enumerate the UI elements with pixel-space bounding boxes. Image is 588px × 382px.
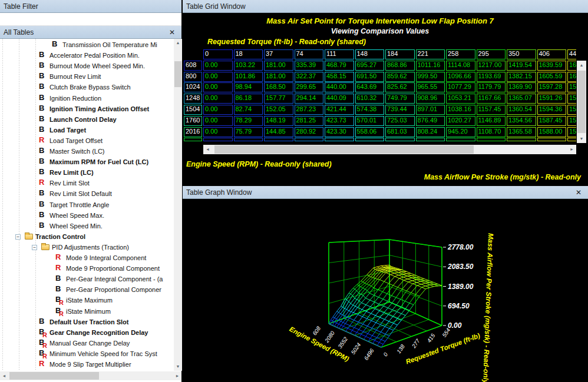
grid-cell[interactable]: 299.65 [295, 82, 324, 92]
grid-cell[interactable]: 168.50 [264, 82, 293, 92]
grid-cell[interactable]: 280.92 [295, 127, 324, 137]
grid-vscroll-thumb[interactable] [577, 71, 586, 133]
tree-item[interactable]: BDefault User Traction Slot [0, 317, 173, 328]
grid-cell[interactable]: 421.44 [325, 105, 354, 115]
grid-cell[interactable]: 574.38 [355, 105, 385, 115]
grid-cell[interactable]: 468.79 [325, 61, 354, 71]
grid-cell[interactable]: 739.44 [385, 105, 415, 115]
grid-cell[interactable]: 897.01 [416, 105, 445, 115]
grid-cell[interactable]: 16 [567, 61, 576, 71]
grid-cell[interactable]: 1179.79 [477, 82, 506, 92]
scroll-right-icon[interactable]: ► [173, 371, 181, 380]
grid-cell[interactable]: 423.73 [325, 116, 354, 126]
grid-cell[interactable]: 181.00 [264, 61, 293, 71]
tree-item[interactable]: BBurnout Rev Limit [0, 72, 173, 82]
tree-item[interactable]: BWheel Speed Min. [0, 221, 173, 232]
grid-cell[interactable]: 1597.28 [537, 82, 567, 92]
scroll-left-icon[interactable]: ◄ [0, 371, 8, 380]
grid-cell[interactable]: 749.79 [385, 94, 415, 104]
column-header-cell[interactable]: 258 [446, 49, 475, 59]
grid-cell[interactable]: 423.30 [325, 127, 354, 137]
grid-cell[interactable]: 558.06 [355, 127, 385, 137]
close-icon[interactable]: ✕ [574, 188, 583, 197]
grid-cell[interactable]: 1114.08 [446, 61, 475, 71]
grid-cell[interactable]: 1639.59 [537, 61, 567, 71]
tree-item[interactable]: BMaximum RPM for Fuel Cut (LC) [0, 157, 173, 168]
column-header-cell[interactable]: 37 [264, 49, 293, 59]
tree-item[interactable]: BRev Limit (LC) [0, 168, 173, 178]
grid-cell[interactable]: 86.18 [234, 94, 263, 104]
row-header-cell[interactable]: 1504 [184, 105, 202, 115]
tree-item[interactable]: BRGear Change Recognition Delay [0, 328, 173, 338]
grid-cell[interactable]: 999.50 [416, 72, 445, 82]
tree-vertical-scrollbar[interactable]: ▲ ▼ [174, 39, 182, 371]
row-header-cell[interactable]: 1248 [184, 94, 202, 104]
grid-cell[interactable]: 335.39 [295, 61, 324, 71]
column-header-cell[interactable]: 350 [507, 49, 536, 59]
grid-cell[interactable]: 144.85 [264, 127, 293, 137]
tree-item[interactable]: RRev Limit Slot [0, 178, 173, 189]
grid-cell[interactable]: 1365.07 [507, 94, 536, 104]
tree-item[interactable]: BPer-Gear Proportional Componer [0, 285, 173, 295]
tree-item[interactable]: BLoad Target [0, 125, 173, 136]
tree-item[interactable]: BRMinimum Vehicle Speed for Trac Syst [0, 349, 173, 360]
column-header-cell[interactable]: 74 [295, 49, 324, 59]
tree-item[interactable]: BMaster Switch (LC) [0, 147, 173, 157]
grid-cell[interactable]: 1193.69 [477, 72, 506, 82]
tree-item[interactable]: BBurnout Mode Wheel Speed Min. [0, 61, 173, 72]
grid-cell[interactable]: 868.86 [385, 61, 415, 71]
grid-cell[interactable]: 98.94 [234, 82, 263, 92]
table-filter-input[interactable] [0, 13, 181, 26]
grid-cell[interactable]: 908.96 [416, 94, 445, 104]
grid-cell[interactable]: 294.14 [295, 94, 324, 104]
grid-cell[interactable]: 570.01 [355, 116, 385, 126]
grid-cell[interactable]: 1354.56 [507, 116, 536, 126]
grid-cell[interactable]: 1365.58 [507, 127, 536, 137]
grid-cell[interactable]: 1382.15 [507, 72, 536, 82]
tree-item[interactable]: RMode 9 Integral Component [0, 253, 173, 264]
grid-cell[interactable]: 148.19 [264, 116, 293, 126]
grid-cell[interactable]: 1167.66 [477, 94, 506, 104]
column-header-cell[interactable]: 44 [567, 49, 576, 59]
column-header-cell[interactable]: 295 [477, 49, 506, 59]
tree-item[interactable]: BTransmission Oil Temperature Mi [0, 40, 173, 51]
grid-cell[interactable]: 825.62 [385, 82, 415, 92]
tree-item[interactable]: BRManual Gear Change Delay [0, 338, 173, 349]
grid-cell[interactable]: 440.00 [325, 82, 354, 92]
grid-cell[interactable]: 691.50 [355, 72, 385, 82]
column-header-cell[interactable]: 0 [203, 49, 233, 59]
grid-cell[interactable]: 1157.45 [477, 105, 506, 115]
grid-cell[interactable]: 15 [567, 127, 576, 137]
grid-horizontal-scrollbar[interactable]: ◄ ► [203, 145, 576, 154]
grid-cell[interactable]: 945.20 [446, 127, 475, 137]
grid-cell[interactable]: 0.00 [203, 61, 233, 71]
grid-cell[interactable]: 0.00 [203, 116, 233, 126]
grid-cell[interactable]: 82.74 [234, 105, 263, 115]
grid-cell[interactable]: 1587.45 [537, 116, 567, 126]
grid-cell[interactable]: 1588.00 [537, 127, 567, 137]
grid-cell[interactable]: 695.27 [355, 61, 385, 71]
row-header-cell[interactable]: 608 [184, 61, 202, 71]
column-header-cell[interactable]: 406 [537, 49, 567, 59]
grid-cell[interactable]: 0.00 [203, 127, 233, 137]
grid-cell[interactable]: 1369.90 [507, 82, 536, 92]
grid-cell[interactable]: 1053.21 [446, 94, 475, 104]
column-header-cell[interactable]: 18 [234, 49, 263, 59]
row-header-cell[interactable]: 2016 [184, 127, 202, 137]
grid-cell[interactable]: 78.29 [234, 116, 263, 126]
grid-cell[interactable]: 1360.54 [507, 105, 536, 115]
tree-item[interactable]: BIgnition Timing Activation Offset [0, 104, 173, 115]
grid-cell[interactable]: 16 [567, 72, 576, 82]
grid-vertical-scrollbar[interactable]: ▲ ▼ [577, 61, 586, 143]
grid-cell[interactable]: 1038.16 [446, 105, 475, 115]
column-header-cell[interactable]: 184 [385, 49, 415, 59]
grid-cell[interactable]: 808.24 [416, 127, 445, 137]
grid-cell[interactable]: 181.00 [264, 72, 293, 82]
tree-item[interactable]: RLoad Target Offset [0, 136, 173, 147]
grid-cell[interactable]: 101.86 [234, 72, 263, 82]
tree-item[interactable]: BAccelerator Pedal Position Min. [0, 51, 173, 61]
grid-cell[interactable]: 0.00 [203, 72, 233, 82]
grid-cell[interactable]: 859.62 [385, 72, 415, 82]
scroll-down-icon[interactable]: ▼ [577, 134, 586, 143]
scroll-up-icon[interactable]: ▲ [577, 61, 586, 69]
